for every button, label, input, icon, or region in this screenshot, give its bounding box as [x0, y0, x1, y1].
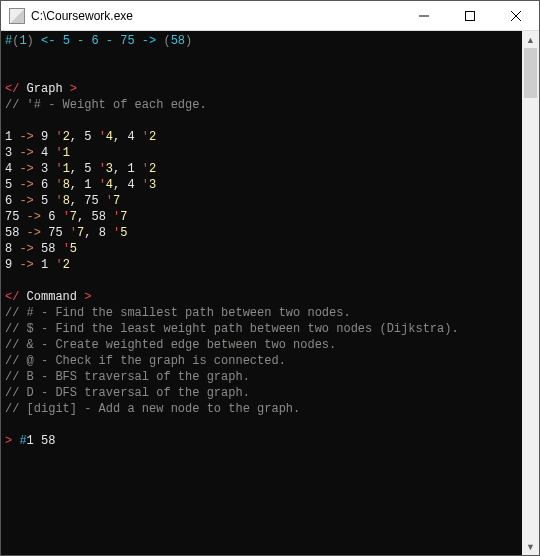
command-help-line: // @ - Check if the graph is connected. [5, 353, 518, 369]
app-icon [9, 8, 25, 24]
window-title: C:\Coursework.exe [31, 9, 401, 23]
command-help-line: // $ - Find the least weight path betwee… [5, 321, 518, 337]
close-button[interactable] [493, 1, 539, 30]
command-help-line: // [digit] - Add a new node to the graph… [5, 401, 518, 417]
client-area: #(1) <- 5 - 6 - 75 -> (58)</ Graph >// '… [1, 31, 539, 555]
scroll-up-button[interactable]: ▲ [522, 31, 539, 48]
graph-edge-line: 9 -> 1 '2 [5, 257, 518, 273]
scroll-down-button[interactable]: ▼ [522, 538, 539, 555]
prompt-line[interactable]: > #1 58 [5, 433, 518, 449]
svg-rect-1 [466, 11, 475, 20]
graph-section-header: </ Graph > [5, 81, 518, 97]
command-help-line: // B - BFS traversal of the graph. [5, 369, 518, 385]
graph-legend: // '# - Weight of each edge. [5, 97, 518, 113]
graph-edge-line: 4 -> 3 '1, 5 '3, 1 '2 [5, 161, 518, 177]
command-help-line: // D - DFS traversal of the graph. [5, 385, 518, 401]
window-titlebar: C:\Coursework.exe [1, 1, 539, 31]
maximize-button[interactable] [447, 1, 493, 30]
console-output[interactable]: #(1) <- 5 - 6 - 75 -> (58)</ Graph >// '… [1, 31, 522, 555]
path-header: #(1) <- 5 - 6 - 75 -> (58) [5, 33, 518, 49]
graph-edge-line: 5 -> 6 '8, 1 '4, 4 '3 [5, 177, 518, 193]
vertical-scrollbar[interactable]: ▲ ▼ [522, 31, 539, 555]
command-help-line: // & - Create weighted edge between two … [5, 337, 518, 353]
graph-edge-line: 3 -> 4 '1 [5, 145, 518, 161]
graph-edge-line: 58 -> 75 '7, 8 '5 [5, 225, 518, 241]
window-controls [401, 1, 539, 30]
minimize-button[interactable] [401, 1, 447, 30]
scroll-thumb[interactable] [524, 48, 537, 98]
graph-edge-line: 8 -> 58 '5 [5, 241, 518, 257]
command-help-line: // # - Find the smallest path between tw… [5, 305, 518, 321]
graph-edge-line: 1 -> 9 '2, 5 '4, 4 '2 [5, 129, 518, 145]
command-section-header: </ Command > [5, 289, 518, 305]
graph-edge-line: 6 -> 5 '8, 75 '7 [5, 193, 518, 209]
graph-edge-line: 75 -> 6 '7, 58 '7 [5, 209, 518, 225]
